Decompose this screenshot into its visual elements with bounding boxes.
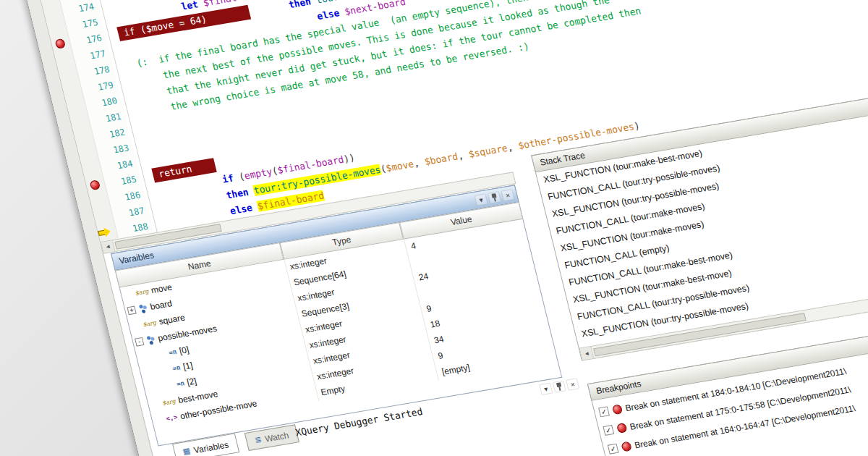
ide-window: ◄ Varaibles ▾ × Name Type Value ▦ Variab… (0, 0, 868, 456)
variable-label: board (149, 298, 173, 312)
variables-panel-title: Varaibles (118, 250, 155, 266)
tree-expander-expanded[interactable]: - (135, 337, 144, 346)
variable-label: square (158, 313, 186, 327)
tab-label: Watch (264, 430, 290, 444)
close-button[interactable]: × (501, 189, 514, 201)
breakpoint-checkbox[interactable]: ✓ (598, 406, 610, 417)
eq-icon: =n (168, 348, 177, 357)
variable-value-cell: 24 (417, 269, 430, 286)
pin-icon (556, 382, 563, 391)
variable-value-cell: 9 (425, 300, 433, 317)
variable-label: [0] (178, 345, 190, 356)
code-icon: <,> (165, 413, 178, 423)
variable-value-cell: 34 (433, 331, 446, 348)
execution-arrow-head (103, 227, 111, 237)
tab-label: Variables (192, 439, 229, 455)
dropdown-chevron-button[interactable]: ▾ (539, 383, 553, 395)
variable-label: [2] (186, 376, 197, 387)
variable-value-cell: 9 (436, 347, 445, 364)
bag-icon (145, 334, 156, 345)
arg-icon: $arg (142, 319, 156, 328)
scroll-left-button[interactable]: ◄ (101, 240, 115, 253)
code-token: )) (342, 152, 356, 164)
variable-label: move (150, 282, 173, 295)
breakpoint-checkbox[interactable]: ✓ (603, 425, 614, 436)
tree-expander-collapsed[interactable]: + (127, 305, 136, 315)
variable-value-cell: 18 (428, 316, 441, 333)
variables-grid-icon: ▦ (182, 446, 191, 456)
watch-icon: ≣ (254, 435, 263, 445)
pin-icon (490, 193, 498, 201)
bag-icon (137, 303, 149, 313)
dropdown-chevron-button[interactable]: ▾ (474, 193, 488, 206)
screenshot-viewport: ◄ Varaibles ▾ × Name Type Value ▦ Variab… (0, 0, 868, 456)
breakpoint-checkbox[interactable]: ✓ (608, 444, 619, 455)
pin-button[interactable] (488, 191, 501, 203)
scroll-left-button[interactable]: ◄ (580, 347, 594, 360)
variable-value-cell: 4 (409, 237, 418, 254)
pin-button[interactable] (553, 380, 566, 392)
arg-icon: $arg (135, 287, 149, 296)
variable-label: [1] (182, 360, 194, 372)
eq-icon: =n (176, 379, 185, 388)
arg-icon: $arg (161, 397, 176, 406)
close-button[interactable]: × (566, 378, 579, 390)
eq-icon: =n (172, 363, 182, 372)
